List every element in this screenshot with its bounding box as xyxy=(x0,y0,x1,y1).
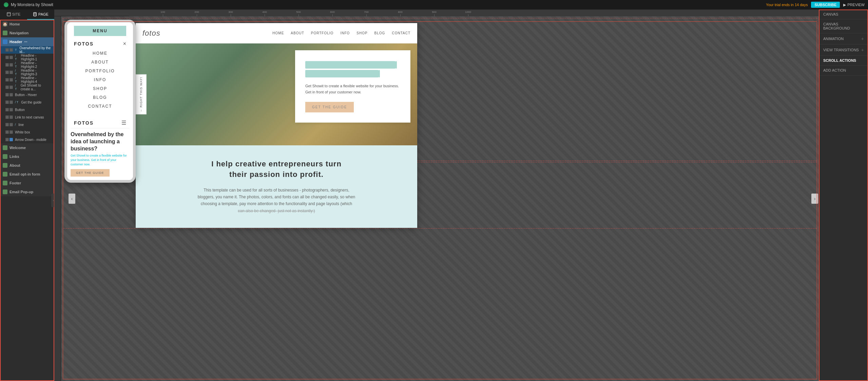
canvas-content: MENU FOTOS × HOME ABOUT PORTFOLIO INFO S… xyxy=(61,16,819,381)
nav-portfolio[interactable]: PORTFOLIO xyxy=(311,31,334,35)
nav-contact[interactable]: CONTACT xyxy=(392,31,410,35)
sidebar-item-headline-4[interactable]: □□ / T Headline - Highlight-4 xyxy=(0,76,54,84)
nav-info[interactable]: INFO xyxy=(340,31,350,35)
email-opt-in-icon xyxy=(3,172,7,177)
sidebar-item-overwhelmed[interactable]: □ □ T Overwhelmed by the id... xyxy=(0,46,54,54)
ruler-200: 200 xyxy=(194,11,199,14)
right-sidebar: CANVAS CANVAS BACKGROUND ANIMATION + VIE… xyxy=(819,10,868,381)
item-icons: □□ xyxy=(5,56,13,59)
top-bar: My Monstera by Showit Your trial ends in… xyxy=(0,0,868,10)
sidebar-section-home[interactable]: 🏠 Home xyxy=(0,20,54,29)
mobile-nav-portfolio[interactable]: PORTFOLIO xyxy=(71,67,130,75)
hero-subtext: Get Showit to create a flexible website … xyxy=(305,83,400,95)
site-nav-links: HOME ABOUT PORTFOLIO INFO SHOP BLOG CONT… xyxy=(272,31,410,35)
mobile-nav-about[interactable]: ABOUT xyxy=(71,58,130,67)
ruler-100: 100 xyxy=(160,11,165,14)
sidebar-item-arrow-down[interactable]: □□ Arrow Down - mobile xyxy=(0,136,54,143)
subscribe-button[interactable]: SUBSCRIBE xyxy=(811,2,840,8)
sidebar-section-welcome[interactable]: Welcome xyxy=(0,143,54,152)
footer-section-icon xyxy=(3,181,7,185)
sidebar-item-get-showit[interactable]: □□ / T Get Showit to create a... xyxy=(0,84,54,91)
item-icons: □ □ xyxy=(5,48,13,52)
side-tab-container: ← RIGHT THIS WAY! xyxy=(136,74,147,114)
sidebar-section-footer[interactable]: Footer xyxy=(0,179,54,187)
canvas-area: 100 200 300 400 500 600 700 800 900 1000 xyxy=(54,10,819,381)
mobile-content-logo: FOTOS xyxy=(74,120,94,126)
right-sidebar-canvas-bg[interactable]: CANVAS BACKGROUND xyxy=(819,19,868,33)
header-section-icon xyxy=(3,39,7,44)
sidebar-section-navigation[interactable]: Navigation xyxy=(0,29,54,37)
hero-overlay-box: Overwhelmed by the idea of launching a b… xyxy=(295,50,410,123)
right-sidebar-view-transitions[interactable]: VIEW TRANSITIONS + xyxy=(819,44,868,56)
sidebar-section-links[interactable]: Links xyxy=(0,152,54,161)
mobile-nav-contact[interactable]: CONTACT xyxy=(71,102,130,111)
mobile-nav-home[interactable]: HOME xyxy=(71,49,130,58)
sidebar-item-line[interactable]: □□ / line xyxy=(0,121,54,128)
welcome-section-icon xyxy=(3,145,7,150)
right-sidebar-add-action[interactable]: ADD ACTION xyxy=(819,66,868,75)
ruler-1000: 1000 xyxy=(465,11,471,14)
links-section-icon xyxy=(3,154,7,159)
tab-site[interactable]: SITE xyxy=(0,10,27,20)
mobile-hero-subtext: Get Showit to create a flexible website … xyxy=(71,153,130,166)
site-welcome: I help creative entrepreneurs turn their… xyxy=(136,145,417,228)
preview-button[interactable]: ▶ PREVIEW xyxy=(843,3,865,7)
app-title-text: My Monstera by Showit xyxy=(11,2,53,7)
header-more-btn[interactable]: ··· xyxy=(24,40,27,44)
desktop-icon: □ xyxy=(5,48,9,52)
sidebar-item-headline-3[interactable]: □□ / T Headline - Highlight-3 xyxy=(0,69,54,76)
mobile-hamburger-icon[interactable]: ☰ xyxy=(121,120,126,126)
ruler-500: 500 xyxy=(296,11,301,14)
tab-page[interactable]: PAGE xyxy=(27,10,54,20)
sidebar-resize-handle[interactable]: ‹› xyxy=(51,194,54,207)
sidebar-item-button-hover[interactable]: □□ Button - Hover xyxy=(0,91,54,98)
sidebar-item-get-guide[interactable]: □□ / T Get the guide xyxy=(0,98,54,106)
mobile-nav-shop[interactable]: SHOP xyxy=(71,84,130,93)
site-navigation: fotos HOME ABOUT PORTFOLIO INFO SHOP BLO… xyxy=(136,23,417,43)
hero-cta-button[interactable]: GET THE GUIDE xyxy=(305,102,354,112)
email-popup-icon xyxy=(3,189,7,194)
nav-blog[interactable]: BLOG xyxy=(374,31,385,35)
svg-rect-2 xyxy=(7,13,11,16)
mobile-nav-overlay: MENU FOTOS × HOME ABOUT PORTFOLIO INFO S… xyxy=(67,22,133,114)
sidebar-item-link-next[interactable]: □□ Link to next canvas xyxy=(0,113,54,121)
view-transitions-plus-icon[interactable]: + xyxy=(861,47,864,53)
svg-point-1 xyxy=(4,4,8,6)
mobile-content: FOTOS ☰ Overwhelmed by the idea of launc… xyxy=(67,114,133,180)
top-bar-controls: Your trial ends in 14 days SUBSCRIBE ▶ P… xyxy=(766,2,865,8)
right-sidebar-animation[interactable]: ANIMATION + xyxy=(819,33,868,44)
mobile-close-button[interactable]: × xyxy=(123,41,126,47)
sidebar-section-about[interactable]: About xyxy=(0,161,54,170)
animation-plus-icon[interactable]: + xyxy=(861,36,864,41)
sidebar-section-email-opt-in[interactable]: Email opt-in form xyxy=(0,170,54,179)
ruler-700: 700 xyxy=(364,11,368,14)
sidebar-section-header[interactable]: Header ··· xyxy=(0,37,54,46)
site-page-tabs: SITE PAGE xyxy=(0,10,54,20)
mobile-nav-header: FOTOS × xyxy=(71,39,130,49)
mobile-nav-blog[interactable]: BLOG xyxy=(71,93,130,102)
mobile-nav-info[interactable]: INFO xyxy=(71,75,130,84)
ruler-ticks: 100 200 300 400 500 600 700 800 900 1000 xyxy=(129,10,819,16)
ruler-400: 400 xyxy=(262,11,267,14)
right-sidebar-canvas[interactable]: CANVAS xyxy=(819,10,868,19)
nav-home[interactable]: HOME xyxy=(272,31,284,35)
sidebar-item-headline-1[interactable]: □□ / T Headline - Highlight-1 xyxy=(0,54,54,61)
play-icon: ▶ xyxy=(843,3,846,7)
desktop-site-preview: fotos HOME ABOUT PORTFOLIO INFO SHOP BLO… xyxy=(136,23,417,228)
sidebar-item-headline-2[interactable]: □□ / T Headline - Highlight-2 xyxy=(0,61,54,69)
side-tab[interactable]: ← RIGHT THIS WAY! xyxy=(136,74,147,114)
mobile-cta-button[interactable]: GET THE GUIDE xyxy=(71,169,110,177)
canvas-nav-right[interactable]: › xyxy=(811,194,818,204)
sidebar-item-white-box[interactable]: □□ White box xyxy=(0,128,54,136)
ruler-900: 900 xyxy=(432,11,436,14)
sidebar-item-button[interactable]: □□ Button xyxy=(0,106,54,113)
hero-headline: Overwhelmed by the idea of launching a b… xyxy=(305,60,400,78)
nav-shop[interactable]: SHOP xyxy=(356,31,367,35)
nav-about[interactable]: ABOUT xyxy=(291,31,304,35)
sidebar-section-email-popup[interactable]: Email Pop-up xyxy=(0,187,54,196)
right-sidebar-scroll-actions[interactable]: SCROLL ACTIONS xyxy=(819,56,868,66)
mobile-nav-links: HOME ABOUT PORTFOLIO INFO SHOP BLOG CONT… xyxy=(71,49,130,111)
canvas-nav-left[interactable]: ‹ xyxy=(69,194,75,204)
ruler-300: 300 xyxy=(228,11,233,14)
mobile-menu-display: MENU xyxy=(74,26,126,36)
